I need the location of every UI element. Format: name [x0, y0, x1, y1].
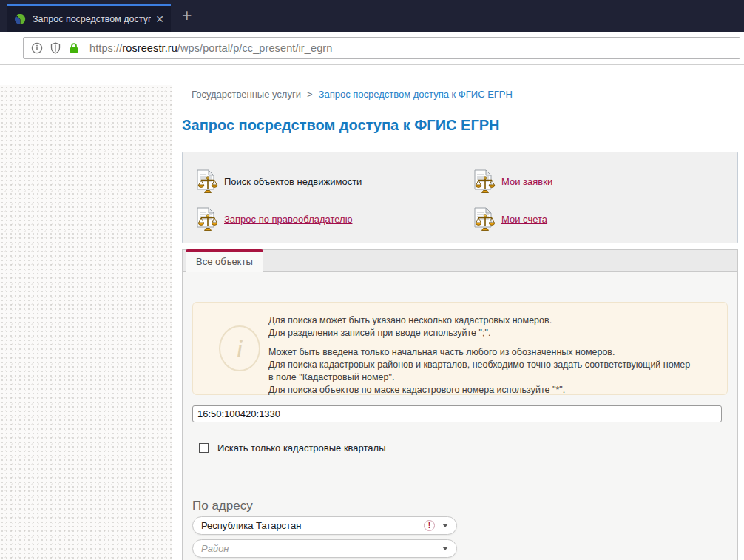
region-warning-icon: !: [424, 520, 435, 531]
tab-close-icon[interactable]: ✕: [155, 14, 164, 24]
tab-all-objects[interactable]: Все объекты: [186, 249, 263, 272]
info-line: Может быть введена только начальная част…: [268, 346, 712, 359]
info-line: Для разделения записей при вводе использ…: [268, 327, 712, 340]
document-scales-icon: [196, 169, 218, 194]
address-legend: По адресу: [192, 499, 253, 513]
quick-link-my-accounts[interactable]: Мои счета: [473, 204, 737, 235]
new-tab-button[interactable]: +: [182, 7, 192, 24]
info-line: Для поиска объектов по маске кадастровог…: [268, 384, 712, 397]
quick-links-panel: Поиск объектов недвижимости Мои заявки З…: [182, 152, 738, 243]
url-host: rosreestr.ru: [122, 42, 177, 54]
page-viewport: Государственные услуги>Запрос посредство…: [0, 65, 744, 560]
address-legend-row: По адресу: [192, 499, 728, 513]
district-dropdown-placeholder: Район: [201, 543, 229, 554]
secure-lock-icon[interactable]: [68, 42, 80, 54]
info-box: i Для поиска может быть указано нескольк…: [192, 302, 728, 395]
region-dropdown[interactable]: Республика Татарстан !: [192, 516, 457, 535]
quarters-checkbox[interactable]: [199, 443, 209, 453]
quick-link-search-objects: Поиск объектов недвижимости: [196, 166, 473, 198]
rosreestr-favicon-icon: [14, 13, 26, 25]
legend-divider-line: [262, 507, 728, 507]
page-info-icon[interactable]: [31, 42, 43, 54]
url-path: /wps/portal/p/cc_present/ir_egrn: [177, 42, 333, 54]
tracking-protection-shield-icon[interactable]: [50, 42, 61, 54]
breadcrumb-separator: >: [307, 89, 313, 100]
info-line: Для поиска может быть указано несколько …: [268, 314, 712, 327]
quick-link-label[interactable]: Мои счета: [501, 214, 547, 225]
breadcrumb: Государственные услуги>Запрос посредство…: [192, 89, 513, 100]
browser-tab-active[interactable]: Запрос посредством доступа ✕: [7, 4, 171, 32]
district-dropdown[interactable]: Район: [192, 539, 457, 558]
chevron-down-icon[interactable]: [442, 547, 448, 550]
document-scales-icon: [473, 207, 496, 232]
search-tab-panel: Все объекты i Для поиска может быть указ…: [182, 249, 738, 560]
quick-link-my-requests[interactable]: Мои заявки: [473, 166, 737, 198]
page-title: Запрос посредством доступа к ФГИС ЕГРН: [182, 117, 500, 134]
url-bar[interactable]: https://rosreestr.ru/wps/portal/p/cc_pre…: [23, 37, 740, 59]
quarters-checkbox-label: Искать только кадастровые кварталы: [217, 442, 386, 453]
info-line: в поле "Кадастровый номер".: [268, 371, 712, 384]
browser-tab-bar: Запрос посредством доступа ✕ +: [0, 0, 744, 32]
info-line: Для поиска кадастровых районов и квартал…: [268, 359, 712, 371]
quarters-checkbox-row: Искать только кадастровые кварталы: [199, 442, 737, 453]
breadcrumb-link-services[interactable]: Государственные услуги: [192, 89, 301, 100]
address-section: По адресу Республика Татарстан ! Район: [192, 499, 728, 558]
quick-link-request-by-rightholder[interactable]: Запрос по правообладателю: [196, 204, 473, 235]
url-scheme: https://: [89, 42, 122, 54]
info-paragraph: Может быть введена только начальная част…: [268, 346, 712, 397]
url-text: https://rosreestr.ru/wps/portal/p/cc_pre…: [89, 42, 332, 54]
document-scales-icon: [196, 207, 218, 232]
browser-address-bar: https://rosreestr.ru/wps/portal/p/cc_pre…: [0, 32, 744, 65]
page-background-texture: [0, 85, 172, 560]
cadastral-number-input[interactable]: [192, 405, 722, 422]
quick-link-label: Поиск объектов недвижимости: [224, 176, 362, 187]
content-column: Государственные услуги>Запрос посредство…: [172, 65, 744, 560]
info-paragraph: Для поиска может быть указано несколько …: [268, 314, 712, 340]
tab-label: Все объекты: [196, 256, 253, 267]
tab-title: Запрос посредством доступа: [33, 14, 151, 24]
breadcrumb-link-current[interactable]: Запрос посредством доступа к ФГИС ЕГРН: [319, 89, 513, 100]
document-scales-icon: [473, 169, 496, 194]
tab-strip: Все объекты: [183, 250, 737, 272]
chevron-down-icon[interactable]: [442, 524, 448, 527]
quick-link-label[interactable]: Запрос по правообладателю: [224, 214, 352, 225]
quick-link-label[interactable]: Мои заявки: [501, 176, 552, 187]
region-dropdown-value: Республика Татарстан: [201, 520, 301, 531]
info-icon: i: [219, 325, 260, 371]
